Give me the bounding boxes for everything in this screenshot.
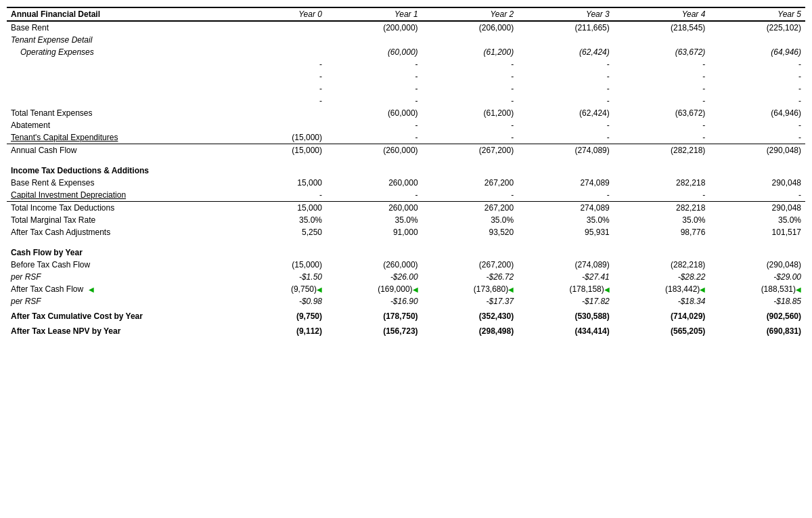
cell: (274,089) (518, 144, 614, 157)
section-header-cashflow: Cash Flow by Year (7, 241, 805, 259)
row-label: Annual Cash Flow (7, 144, 230, 157)
cell: 35.0% (614, 214, 710, 226)
cell: 101,517 (709, 226, 805, 238)
cell: -$17.37 (422, 295, 518, 307)
row-label: After Tax Cumulative Cost by Year (7, 310, 230, 322)
cell: (352,430) (422, 310, 518, 322)
cell: - (614, 58, 710, 70)
cell: (169,000)◀ (326, 283, 422, 295)
cell: - (518, 70, 614, 83)
cell: (225,102) (709, 21, 805, 34)
cell: (188,531)◀ (709, 283, 805, 295)
cell: - (422, 58, 518, 70)
row-label: Tenant Expense Detail (7, 34, 230, 46)
cell: - (518, 131, 614, 144)
table-row: - - - - - - (7, 70, 805, 83)
cell: 35.0% (518, 214, 614, 226)
row-label: per RSF (7, 295, 230, 307)
cell: 260,000 (326, 177, 422, 189)
cell: (60,000) (326, 46, 422, 58)
cell: (282,218) (614, 259, 710, 271)
row-label (7, 83, 230, 95)
cell: (15,000) (230, 131, 326, 144)
cell: - (230, 58, 326, 70)
cell: (156,723) (326, 325, 422, 337)
col-year4: Year 4 (614, 7, 710, 21)
cell: 5,250 (230, 226, 326, 238)
cell: 95,931 (518, 226, 614, 238)
cell: - (709, 70, 805, 83)
green-arrow-label: ◀ (89, 286, 94, 293)
cell: -$0.98 (230, 295, 326, 307)
table-row: Total Tenant Expenses (60,000) (61,200) … (7, 107, 805, 119)
cumulative-row: After Tax Cumulative Cost by Year (9,750… (7, 310, 805, 322)
cell: - (422, 131, 518, 144)
cell: 274,089 (518, 202, 614, 215)
cell: -$28.22 (614, 271, 710, 283)
cell: (61,200) (422, 46, 518, 58)
cell: (690,831) (709, 325, 805, 337)
cell: 282,218 (614, 177, 710, 189)
cell: - (518, 119, 614, 131)
cell: - (230, 189, 326, 202)
table-row: Total Marginal Tax Rate 35.0% 35.0% 35.0… (7, 214, 805, 226)
cell: (178,158)◀ (518, 283, 614, 295)
section-title: Income Tax Deductions & Additions (7, 159, 805, 177)
cell: - (614, 83, 710, 95)
table-row: Abatement - - - - - (7, 119, 805, 131)
cell: (298,498) (422, 325, 518, 337)
cell: -$1.50 (230, 271, 326, 283)
col-year0: Year 0 (230, 7, 326, 21)
cell: 35.0% (709, 214, 805, 226)
cell: (267,200) (422, 144, 518, 157)
cell: - (326, 70, 422, 83)
cell: -$18.34 (614, 295, 710, 307)
cell (518, 34, 614, 46)
cell: (290,048) (709, 144, 805, 157)
total-income-tax-row: Total Income Tax Deductions 15,000 260,0… (7, 202, 805, 215)
table-row: After Tax Cash Adjustments 5,250 91,000 … (7, 226, 805, 238)
cell: 91,000 (326, 226, 422, 238)
cell: (64,946) (709, 46, 805, 58)
cell: - (326, 58, 422, 70)
cell: - (709, 95, 805, 107)
cell: (173,680)◀ (422, 283, 518, 295)
cell: (64,946) (709, 107, 805, 119)
cell: (63,672) (614, 107, 710, 119)
annual-financial-table: Annual Financial Detail Year 0 Year 1 Ye… (7, 7, 805, 337)
cell: (274,089) (518, 259, 614, 271)
cell: - (422, 95, 518, 107)
cell: -$18.85 (709, 295, 805, 307)
cell (230, 21, 326, 34)
cell: (260,000) (326, 259, 422, 271)
cell: - (326, 83, 422, 95)
row-label (7, 58, 230, 70)
cell: - (518, 83, 614, 95)
cell: (178,750) (326, 310, 422, 322)
table-row: Base Rent & Expenses 15,000 260,000 267,… (7, 177, 805, 189)
row-label: Tenant's Capital Expenditures (7, 131, 230, 144)
cell: 290,048 (709, 177, 805, 189)
row-label: Operating Expenses (7, 46, 230, 58)
table-header: Annual Financial Detail Year 0 Year 1 Ye… (7, 7, 805, 21)
table-row: Before Tax Cash Flow (15,000) (260,000) … (7, 259, 805, 271)
cell: - (422, 189, 518, 202)
cell: -$26.72 (422, 271, 518, 283)
row-label: Capital Investment Depreciation (7, 189, 230, 202)
after-tax-cashflow-row: After Tax Cash Flow ◀ (9,750)◀ (169,000)… (7, 283, 805, 295)
table-row: per RSF -$0.98 -$16.90 -$17.37 -$17.82 -… (7, 295, 805, 307)
cell: - (518, 189, 614, 202)
col-label: Annual Financial Detail (7, 7, 230, 21)
cell: 282,218 (614, 202, 710, 215)
row-label: Total Tenant Expenses (7, 107, 230, 119)
cell: - (422, 70, 518, 83)
cell: (200,000) (326, 21, 422, 34)
cell (230, 107, 326, 119)
cell: - (614, 119, 710, 131)
table-row: - - - - - - (7, 58, 805, 70)
cell: (434,414) (518, 325, 614, 337)
row-label (7, 70, 230, 83)
cell: 260,000 (326, 202, 422, 215)
cell: - (709, 131, 805, 144)
table-row: Base Rent (200,000) (206,000) (211,665) … (7, 21, 805, 34)
